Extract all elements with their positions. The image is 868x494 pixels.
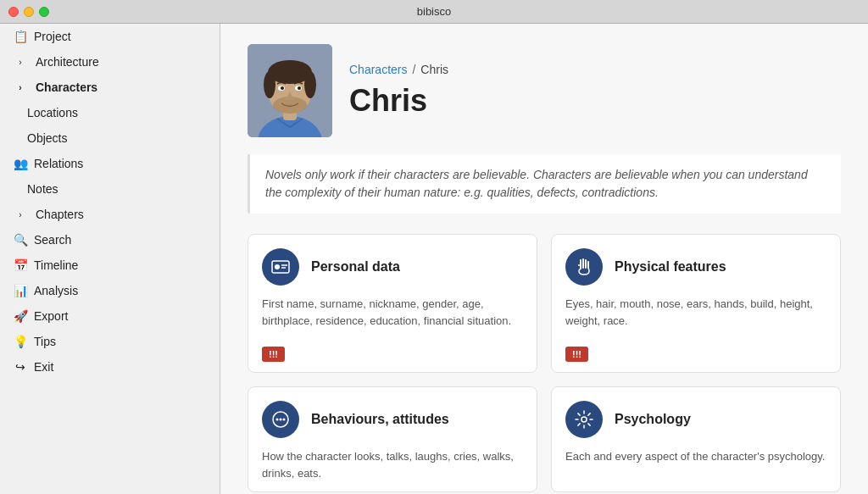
character-header: Characters / Chris Chris [248, 44, 841, 137]
sidebar-label-characters: Characters [36, 80, 97, 94]
sidebar-label-search: Search [34, 233, 71, 247]
sidebar-item-characters[interactable]: › Characters [0, 75, 220, 100]
chevron-right-icon: › [14, 58, 27, 67]
titlebar: bibisco [0, 0, 868, 24]
sidebar-label-exit: Exit [34, 360, 53, 374]
svg-point-11 [298, 86, 301, 90]
sidebar-item-tips[interactable]: 💡 Tips [0, 329, 220, 354]
behaviours-icon [262, 401, 299, 438]
main-layout: 📋 Project › Architecture › Characters Lo… [0, 24, 868, 494]
minimize-button[interactable] [24, 7, 34, 17]
content-area: Characters / Chris Chris Novels only wor… [220, 24, 868, 494]
sidebar-item-project[interactable]: 📋 Project [0, 24, 220, 49]
physical-features-title: Physical features [615, 259, 726, 275]
sidebar-label-locations: Locations [27, 106, 78, 119]
physical-features-footer: !!! [552, 339, 840, 372]
analysis-icon: 📊 [14, 284, 27, 297]
sidebar-item-timeline[interactable]: 📅 Timeline [0, 253, 220, 278]
content-inner: Characters / Chris Chris Novels only wor… [220, 24, 868, 494]
sidebar-item-export[interactable]: 🚀 Export [0, 303, 220, 329]
sidebar-label-analysis: Analysis [34, 284, 78, 297]
sidebar-label-notes: Notes [27, 182, 58, 196]
sidebar-label-relations: Relations [34, 157, 83, 170]
physical-features-badge: !!! [565, 347, 588, 362]
card-personal-data-header: Personal data [248, 235, 537, 296]
svg-point-6 [304, 71, 316, 98]
behaviours-title: Behaviours, attitudes [311, 412, 449, 427]
card-psychology-header: Psychology [552, 387, 840, 448]
card-behaviours: Behaviours, attitudes How the character … [248, 386, 537, 492]
personal-data-title: Personal data [311, 259, 400, 275]
id-card-icon [270, 257, 291, 277]
character-name: Chris [349, 83, 448, 119]
tips-icon: 💡 [14, 335, 27, 348]
sidebar-item-architecture[interactable]: › Architecture [0, 49, 220, 75]
sidebar-item-notes[interactable]: Notes [0, 176, 220, 202]
card-physical-features: Physical features Eyes, hair, mouth, nos… [551, 234, 841, 373]
svg-point-20 [581, 417, 587, 422]
sidebar-label-objects: Objects [27, 131, 67, 145]
svg-point-13 [275, 264, 280, 269]
relations-icon: 👥 [14, 157, 27, 170]
gear-icon [574, 409, 594, 430]
physical-features-icon [565, 248, 603, 286]
chevron-chapters-icon: › [14, 210, 27, 219]
avatar-image [248, 44, 332, 137]
maximize-button[interactable] [39, 7, 49, 17]
sidebar-label-architecture: Architecture [36, 55, 99, 69]
card-psychology: Psychology Each and every aspect of the … [551, 386, 841, 492]
personal-data-footer: !!! [248, 339, 537, 372]
character-info: Characters / Chris Chris [349, 63, 448, 119]
sidebar: 📋 Project › Architecture › Characters Lo… [0, 24, 220, 494]
sidebar-label-export: Export [34, 309, 68, 323]
svg-point-18 [280, 419, 282, 421]
traffic-lights [8, 7, 49, 17]
sidebar-label-timeline: Timeline [34, 258, 78, 272]
hand-icon [574, 257, 594, 277]
personal-data-icon [262, 248, 299, 286]
personal-data-description: First name, surname, nickname, gender, a… [248, 296, 537, 339]
export-icon: 🚀 [14, 309, 27, 323]
card-behaviours-header: Behaviours, attitudes [248, 387, 537, 448]
behaviours-description: How the character looks, talks, laughs, … [248, 448, 537, 491]
svg-point-17 [276, 419, 279, 421]
svg-point-10 [281, 86, 284, 90]
psychology-title: Psychology [615, 412, 691, 427]
app-title: bibisco [417, 5, 451, 18]
timeline-icon: 📅 [14, 258, 27, 272]
breadcrumb-separator: / [412, 63, 415, 76]
chevron-down-icon: › [14, 83, 27, 92]
cards-grid: Personal data First name, surname, nickn… [248, 234, 841, 492]
sidebar-item-locations[interactable]: Locations [0, 100, 220, 125]
character-quote: Novels only work if their characters are… [248, 154, 841, 214]
sidebar-label-project: Project [34, 30, 71, 43]
psychology-description: Each and every aspect of the character's… [552, 448, 840, 475]
psychology-icon [565, 401, 603, 438]
sidebar-item-relations[interactable]: 👥 Relations [0, 151, 220, 176]
card-personal-data: Personal data First name, surname, nickn… [248, 234, 537, 373]
sidebar-label-tips: Tips [34, 335, 56, 348]
exit-icon: ↪ [14, 360, 27, 374]
character-avatar [248, 44, 332, 137]
sidebar-item-exit[interactable]: ↪ Exit [0, 354, 220, 380]
sidebar-item-objects[interactable]: Objects [0, 125, 220, 151]
project-icon: 📋 [14, 30, 27, 43]
physical-features-description: Eyes, hair, mouth, nose, ears, hands, bu… [552, 296, 840, 339]
sidebar-label-chapters: Chapters [36, 208, 84, 221]
chat-icon [270, 409, 291, 430]
breadcrumb: Characters / Chris [349, 63, 448, 76]
sidebar-item-chapters[interactable]: › Chapters [0, 202, 220, 227]
sidebar-item-search[interactable]: 🔍 Search [0, 227, 220, 253]
card-physical-features-header: Physical features [552, 235, 840, 296]
breadcrumb-current: Chris [420, 63, 448, 76]
svg-point-5 [264, 71, 275, 98]
svg-point-19 [283, 419, 286, 421]
personal-data-badge: !!! [262, 347, 285, 362]
search-icon: 🔍 [14, 233, 27, 247]
breadcrumb-characters-link[interactable]: Characters [349, 63, 407, 76]
sidebar-item-analysis[interactable]: 📊 Analysis [0, 278, 220, 303]
close-button[interactable] [8, 7, 19, 17]
